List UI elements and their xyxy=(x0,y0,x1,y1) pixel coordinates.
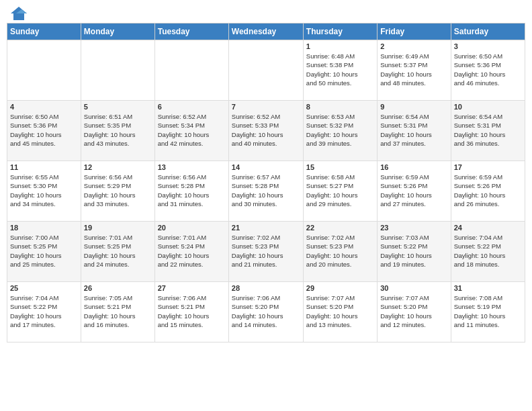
day-cell: 16Sunrise: 6:59 AM Sunset: 5:26 PM Dayli… xyxy=(378,161,451,222)
day-cell xyxy=(81,40,154,101)
day-number: 31 xyxy=(454,284,522,292)
day-info: Sunrise: 7:02 AM Sunset: 5:23 PM Dayligh… xyxy=(232,233,300,269)
day-cell: 17Sunrise: 6:59 AM Sunset: 5:26 PM Dayli… xyxy=(451,161,525,222)
day-cell: 31Sunrise: 7:08 AM Sunset: 5:19 PM Dayli… xyxy=(451,282,525,342)
day-info: Sunrise: 6:59 AM Sunset: 5:26 PM Dayligh… xyxy=(380,173,447,208)
day-info: Sunrise: 6:54 AM Sunset: 5:31 PM Dayligh… xyxy=(380,112,447,148)
day-info: Sunrise: 6:56 AM Sunset: 5:28 PM Dayligh… xyxy=(158,173,226,208)
day-number: 23 xyxy=(380,224,447,232)
day-number: 14 xyxy=(232,163,300,171)
day-cell: 11Sunrise: 6:55 AM Sunset: 5:30 PM Dayli… xyxy=(7,161,81,222)
day-cell: 5Sunrise: 6:51 AM Sunset: 5:35 PM Daylig… xyxy=(81,101,154,161)
day-info: Sunrise: 6:58 AM Sunset: 5:27 PM Dayligh… xyxy=(306,173,374,208)
day-info: Sunrise: 7:01 AM Sunset: 5:25 PM Dayligh… xyxy=(84,233,152,269)
day-number: 21 xyxy=(232,224,300,232)
day-number: 22 xyxy=(306,224,374,232)
day-info: Sunrise: 7:08 AM Sunset: 5:19 PM Dayligh… xyxy=(454,293,522,329)
day-info: Sunrise: 7:04 AM Sunset: 5:22 PM Dayligh… xyxy=(454,233,522,269)
day-cell: 19Sunrise: 7:01 AM Sunset: 5:25 PM Dayli… xyxy=(81,222,154,282)
day-info: Sunrise: 6:54 AM Sunset: 5:31 PM Dayligh… xyxy=(454,112,522,148)
day-info: Sunrise: 6:50 AM Sunset: 5:36 PM Dayligh… xyxy=(10,112,78,148)
day-number: 28 xyxy=(232,284,300,292)
day-number: 17 xyxy=(454,163,522,171)
weekday-header-row: SundayMondayTuesdayWednesdayThursdayFrid… xyxy=(7,24,525,40)
day-cell: 25Sunrise: 7:04 AM Sunset: 5:22 PM Dayli… xyxy=(7,282,81,342)
day-cell: 9Sunrise: 6:54 AM Sunset: 5:31 PM Daylig… xyxy=(378,101,451,161)
day-info: Sunrise: 7:02 AM Sunset: 5:23 PM Dayligh… xyxy=(306,233,374,269)
day-info: Sunrise: 7:06 AM Sunset: 5:20 PM Dayligh… xyxy=(232,293,300,329)
weekday-header-tuesday: Tuesday xyxy=(154,24,228,40)
week-row-4: 18Sunrise: 7:00 AM Sunset: 5:25 PM Dayli… xyxy=(7,222,525,282)
day-info: Sunrise: 7:05 AM Sunset: 5:21 PM Dayligh… xyxy=(84,293,152,329)
day-number: 18 xyxy=(10,224,78,232)
day-cell: 20Sunrise: 7:01 AM Sunset: 5:24 PM Dayli… xyxy=(154,222,228,282)
day-info: Sunrise: 7:07 AM Sunset: 5:20 PM Dayligh… xyxy=(306,293,374,329)
day-info: Sunrise: 7:03 AM Sunset: 5:22 PM Dayligh… xyxy=(380,233,447,269)
weekday-header-wednesday: Wednesday xyxy=(228,24,303,40)
day-cell: 22Sunrise: 7:02 AM Sunset: 5:23 PM Dayli… xyxy=(303,222,377,282)
day-cell xyxy=(228,40,303,101)
day-cell: 3Sunrise: 6:50 AM Sunset: 5:36 PM Daylig… xyxy=(451,40,525,101)
weekday-header-friday: Friday xyxy=(378,24,451,40)
day-number: 8 xyxy=(306,103,374,111)
day-cell xyxy=(154,40,228,101)
day-cell: 12Sunrise: 6:56 AM Sunset: 5:29 PM Dayli… xyxy=(81,161,154,222)
day-number: 24 xyxy=(454,224,522,232)
week-row-3: 11Sunrise: 6:55 AM Sunset: 5:30 PM Dayli… xyxy=(7,161,525,222)
day-cell: 30Sunrise: 7:07 AM Sunset: 5:20 PM Dayli… xyxy=(378,282,451,342)
day-cell: 26Sunrise: 7:05 AM Sunset: 5:21 PM Dayli… xyxy=(81,282,154,342)
page-header xyxy=(7,7,525,20)
week-row-1: 1Sunrise: 6:48 AM Sunset: 5:38 PM Daylig… xyxy=(7,40,525,101)
day-cell: 2Sunrise: 6:49 AM Sunset: 5:37 PM Daylig… xyxy=(378,40,451,101)
day-info: Sunrise: 6:59 AM Sunset: 5:26 PM Dayligh… xyxy=(454,173,522,208)
day-number: 13 xyxy=(158,163,226,171)
day-cell: 15Sunrise: 6:58 AM Sunset: 5:27 PM Dayli… xyxy=(303,161,377,222)
day-cell xyxy=(7,40,81,101)
weekday-header-monday: Monday xyxy=(81,24,154,40)
day-number: 5 xyxy=(84,103,152,111)
day-info: Sunrise: 6:48 AM Sunset: 5:38 PM Dayligh… xyxy=(306,52,374,87)
day-number: 2 xyxy=(380,42,447,50)
day-number: 30 xyxy=(380,284,447,292)
day-number: 11 xyxy=(10,163,78,171)
day-info: Sunrise: 7:07 AM Sunset: 5:20 PM Dayligh… xyxy=(380,293,447,329)
day-number: 9 xyxy=(380,103,447,111)
day-number: 4 xyxy=(10,103,78,111)
day-number: 25 xyxy=(10,284,78,292)
calendar-table: SundayMondayTuesdayWednesdayThursdayFrid… xyxy=(7,23,525,342)
day-number: 7 xyxy=(232,103,300,111)
day-cell: 27Sunrise: 7:06 AM Sunset: 5:21 PM Dayli… xyxy=(154,282,228,342)
day-info: Sunrise: 6:50 AM Sunset: 5:36 PM Dayligh… xyxy=(454,52,522,87)
day-info: Sunrise: 7:04 AM Sunset: 5:22 PM Dayligh… xyxy=(10,293,78,329)
day-cell: 29Sunrise: 7:07 AM Sunset: 5:20 PM Dayli… xyxy=(303,282,377,342)
week-row-5: 25Sunrise: 7:04 AM Sunset: 5:22 PM Dayli… xyxy=(7,282,525,342)
day-cell: 4Sunrise: 6:50 AM Sunset: 5:36 PM Daylig… xyxy=(7,101,81,161)
day-cell: 28Sunrise: 7:06 AM Sunset: 5:20 PM Dayli… xyxy=(228,282,303,342)
day-info: Sunrise: 6:52 AM Sunset: 5:33 PM Dayligh… xyxy=(232,112,300,148)
day-info: Sunrise: 7:00 AM Sunset: 5:25 PM Dayligh… xyxy=(10,233,78,269)
day-number: 29 xyxy=(306,284,374,292)
day-cell: 13Sunrise: 6:56 AM Sunset: 5:28 PM Dayli… xyxy=(154,161,228,222)
logo xyxy=(9,7,27,20)
day-cell: 14Sunrise: 6:57 AM Sunset: 5:28 PM Dayli… xyxy=(228,161,303,222)
day-number: 20 xyxy=(158,224,226,232)
day-number: 15 xyxy=(306,163,374,171)
day-cell: 7Sunrise: 6:52 AM Sunset: 5:33 PM Daylig… xyxy=(228,101,303,161)
day-number: 3 xyxy=(454,42,522,50)
day-info: Sunrise: 6:55 AM Sunset: 5:30 PM Dayligh… xyxy=(10,173,78,208)
day-cell: 21Sunrise: 7:02 AM Sunset: 5:23 PM Dayli… xyxy=(228,222,303,282)
day-info: Sunrise: 7:01 AM Sunset: 5:24 PM Dayligh… xyxy=(158,233,226,269)
day-info: Sunrise: 7:06 AM Sunset: 5:21 PM Dayligh… xyxy=(158,293,226,329)
logo-icon xyxy=(11,7,27,20)
day-number: 27 xyxy=(158,284,226,292)
day-cell: 8Sunrise: 6:53 AM Sunset: 5:32 PM Daylig… xyxy=(303,101,377,161)
day-cell: 23Sunrise: 7:03 AM Sunset: 5:22 PM Dayli… xyxy=(378,222,451,282)
day-number: 26 xyxy=(84,284,152,292)
day-info: Sunrise: 6:51 AM Sunset: 5:35 PM Dayligh… xyxy=(84,112,152,148)
day-number: 10 xyxy=(454,103,522,111)
weekday-header-saturday: Saturday xyxy=(451,24,525,40)
weekday-header-sunday: Sunday xyxy=(7,24,81,40)
day-number: 6 xyxy=(158,103,226,111)
day-info: Sunrise: 6:49 AM Sunset: 5:37 PM Dayligh… xyxy=(380,52,447,87)
day-info: Sunrise: 6:52 AM Sunset: 5:34 PM Dayligh… xyxy=(158,112,226,148)
